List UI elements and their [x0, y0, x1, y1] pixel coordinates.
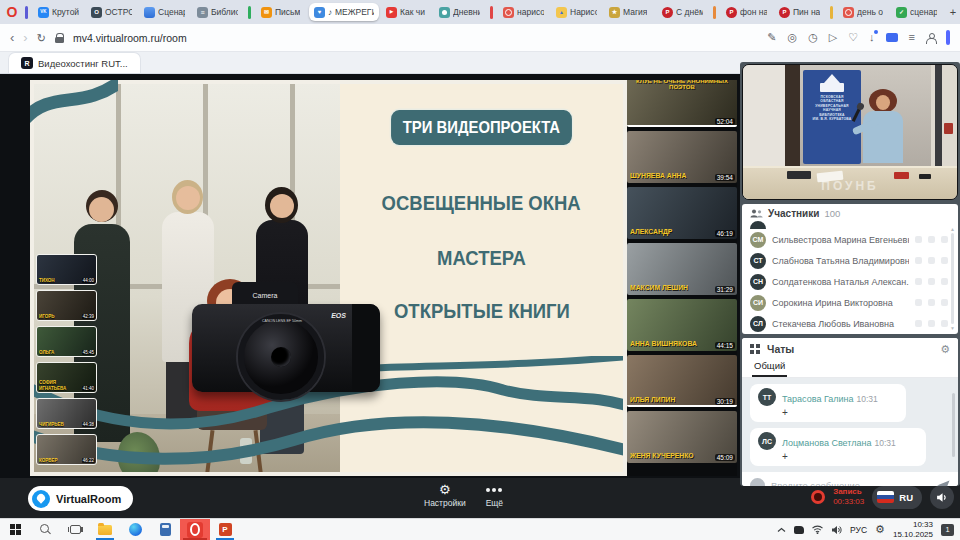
tab-group-indicator[interactable] [490, 6, 493, 19]
video-thumbnail[interactable]: МАКСИМ ЛЕШИН31:29 [627, 243, 737, 295]
start-button[interactable] [0, 519, 30, 540]
bookmark-icon[interactable] [848, 32, 858, 43]
download-icon[interactable] [869, 32, 875, 43]
browser-tab[interactable]: Дневни [434, 3, 485, 21]
powerpoint-button[interactable] [210, 519, 240, 540]
reload-icon[interactable] [37, 31, 46, 44]
file-explorer-button[interactable] [90, 519, 120, 540]
video-thumbnail[interactable]: АННА ВИШНЯКОВА44:15 [627, 299, 737, 351]
video-thumbnail[interactable]: КОРБЕР46:22 [36, 434, 97, 465]
video-thumbnail[interactable]: ИЛЬЯ ЛИПИН30:19 [627, 355, 737, 407]
chat-settings-icon[interactable] [940, 344, 950, 355]
new-tab-button[interactable] [944, 3, 960, 21]
tab-group-indicator[interactable] [248, 6, 251, 19]
url-text[interactable]: mv4.virtualroom.ru/room [73, 32, 187, 44]
input-language[interactable]: РУС [850, 525, 867, 535]
tray-app-icon[interactable] [794, 526, 804, 534]
video-thumbnail[interactable]: ОЛЬГА45:45 [36, 326, 97, 357]
video-thumbnail[interactable]: ЖЕНЯ КУЧЕРЕНКО45:09 [627, 411, 737, 463]
video-thumbnail[interactable]: ТИХОН44:00 [36, 254, 97, 285]
participant-row[interactable]: СТСлабнова Татьяна Владимировна [750, 250, 948, 271]
avatar: СН [750, 274, 766, 290]
calculator-button[interactable] [150, 519, 180, 540]
browser-tab[interactable]: Письм [256, 3, 307, 21]
browser-tab[interactable]: Магия [604, 3, 655, 21]
video-thumbnail[interactable]: ИГОРЬ42:39 [36, 290, 97, 321]
edge-browser-button[interactable] [120, 519, 150, 540]
browser-tab[interactable]: Нарисо [551, 3, 602, 21]
reading-list-icon[interactable] [909, 32, 915, 43]
video-duration: 44:00 [82, 278, 95, 283]
back-icon[interactable] [10, 31, 14, 44]
video-thumbnail[interactable]: ЧИГИРЬЕВ44:38 [36, 398, 97, 429]
more-icon[interactable] [941, 320, 948, 327]
task-view-button[interactable] [60, 519, 90, 540]
tab-label: Дневни [453, 7, 480, 17]
settings-button[interactable]: Настройки [424, 483, 466, 508]
chat-tab-general[interactable]: Общий [752, 358, 787, 377]
participant-row[interactable]: СМСильвестрова Марина Евгеньевна [750, 229, 948, 250]
browser-tab[interactable]: сценар [891, 3, 942, 21]
opera-menu-icon[interactable]: O [4, 4, 20, 20]
browser-tab[interactable]: нарисо [498, 3, 549, 21]
wallet-icon[interactable] [886, 33, 898, 42]
browser-tab[interactable]: фон на [721, 3, 772, 21]
record-icon[interactable] [811, 490, 825, 504]
browser-tab[interactable]: Библио [192, 3, 243, 21]
scrollbar-track[interactable] [951, 233, 954, 324]
webcam-tile[interactable]: ПСКОВСКАЯ ОБЛАСТНАЯ УНИВЕРСАЛЬНАЯ НАУЧНА… [742, 64, 958, 200]
more-icon[interactable] [941, 299, 948, 306]
forward-icon[interactable] [23, 31, 27, 44]
participants-scrollbar[interactable] [949, 226, 956, 331]
browser-tab[interactable]: день о [838, 3, 889, 21]
browser-tab[interactable]: Сценар [139, 3, 190, 21]
profile-icon[interactable] [926, 33, 935, 43]
language-switch[interactable]: RU [872, 486, 922, 509]
tab-group-indicator[interactable] [830, 6, 833, 19]
notification-center-button[interactable]: 1 [941, 524, 954, 536]
taskbar-search-button[interactable] [30, 519, 60, 540]
browser-tab-active[interactable]: ♪МЕЖРЕГИ [309, 3, 379, 21]
browser-tab[interactable]: С днём [657, 3, 708, 21]
video-thumbnail[interactable]: СОФИЯ ИГНАТЬЕВА41:40 [36, 362, 97, 393]
more-button[interactable]: Ещё [486, 483, 503, 508]
participant-row[interactable]: СЛСтекачева Любовь Ивановна [750, 313, 948, 334]
tray-settings-icon[interactable] [875, 524, 885, 535]
browser-tab[interactable]: Пин на [774, 3, 825, 21]
tab-group-indicator[interactable] [25, 6, 28, 19]
participants-list[interactable]: СМСильвестрова Марина Евгеньевна СТСлабн… [742, 221, 958, 334]
participant-row[interactable]: СНСолдатенкова Наталья Алексан... [750, 271, 948, 292]
tab-group-indicator[interactable] [713, 6, 716, 19]
scrollbar-track[interactable] [952, 393, 955, 457]
player-icon[interactable] [829, 32, 837, 43]
taskbar-clock[interactable]: 10:33 15.10.2025 [893, 520, 933, 539]
send-icon[interactable] [937, 480, 950, 487]
browser-tab[interactable]: Как чи [381, 3, 432, 21]
chat-messages[interactable]: ТТ Тарасова Галина10:31 + ЛС Лоцманова С… [742, 378, 958, 472]
lock-icon[interactable] [55, 33, 64, 43]
slide: ТРИ ВИДЕОПРОЕКТА ОСВЕЩЕННЫЕ ОКНА МАСТЕРА… [30, 80, 627, 476]
video-thumbnail[interactable]: КЛУБ НЕ ОЧЕНЬ АНОНИМНЫХ ПОЭТОВ52:04 [627, 80, 737, 127]
audio-output-button[interactable] [930, 485, 954, 509]
tray-expand-icon[interactable] [777, 527, 786, 533]
chat-scrollbar[interactable] [951, 382, 956, 468]
page-tab-rutube[interactable]: Видеохостинг RUT... [8, 52, 141, 73]
wifi-icon[interactable] [812, 525, 823, 534]
more-icon[interactable] [941, 257, 948, 264]
message-input[interactable] [771, 480, 931, 487]
camera-favicon-icon [439, 7, 450, 18]
history-icon[interactable] [808, 32, 818, 43]
browser-tab[interactable]: ОСТРО [86, 3, 137, 21]
volume-icon[interactable] [831, 525, 842, 535]
sidebar-toggle-icon[interactable] [946, 30, 950, 45]
snapshot-icon[interactable] [788, 32, 798, 43]
participant-row[interactable]: СИСорокина Ирина Викторовна [750, 292, 948, 313]
more-icon[interactable] [941, 278, 948, 285]
browser-tab[interactable]: Крутой [33, 3, 84, 21]
video-thumbnail[interactable]: ШУНЯЕВА АННА39:54 [627, 131, 737, 183]
virtualroom-brand[interactable]: VirtualRoom [28, 486, 133, 511]
opera-button[interactable] [180, 519, 210, 540]
video-thumbnail[interactable]: АЛЕКСАНДР46:19 [627, 187, 737, 239]
share-icon[interactable] [767, 32, 776, 43]
more-icon[interactable] [941, 236, 948, 243]
